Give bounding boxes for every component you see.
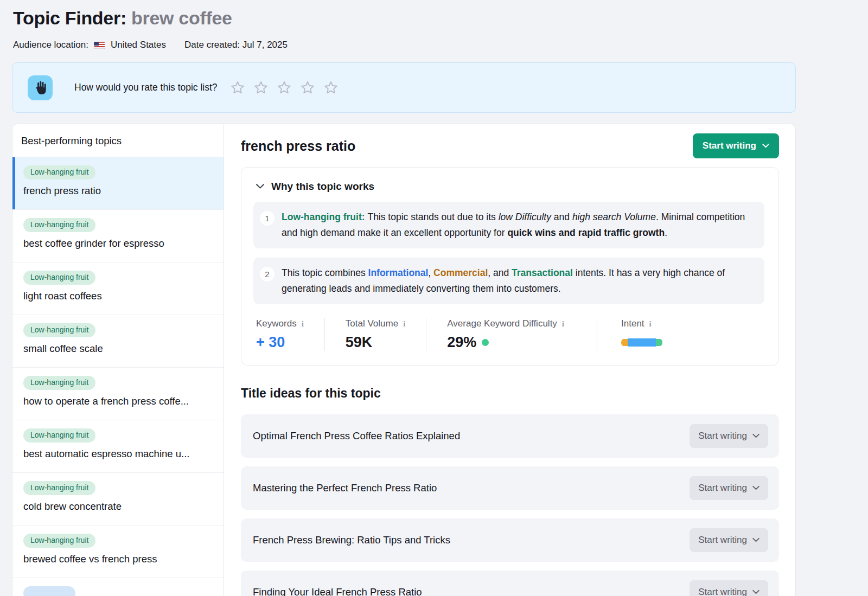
- topic-list-item[interactable]: Low-hanging fruit french press ratio: [12, 157, 224, 210]
- start-writing-button[interactable]: Start writing: [690, 580, 768, 596]
- keywords-value: + 30: [256, 334, 304, 351]
- audience-location-value: United States: [111, 40, 166, 50]
- reason-point: 2 This topic combines Informational, Com…: [253, 258, 764, 304]
- start-writing-label: Start writing: [698, 431, 747, 441]
- topic-list-item[interactable]: Low-hanging fruit best coffee grinder fo…: [12, 210, 224, 262]
- metric-difficulty: Average Keyword Difficultyi 29%: [447, 318, 597, 351]
- topic-list-item[interactable]: Low-hanging fruit cold brew concentrate: [12, 473, 224, 525]
- topic-list-item[interactable]: Low-hanging fruit how to operate a frenc…: [12, 368, 224, 420]
- metric-total-volume: Total Volumei 59K: [346, 318, 427, 351]
- title-idea-text: Finding Your Ideal French Press Ratio: [253, 586, 422, 596]
- star-icon[interactable]: [276, 80, 292, 96]
- topic-list-item-partial[interactable]: [12, 578, 224, 596]
- start-writing-button[interactable]: Start writing: [690, 476, 768, 500]
- info-icon[interactable]: i: [649, 319, 652, 329]
- star-icon[interactable]: [323, 80, 339, 96]
- chevron-down-icon: [752, 538, 760, 542]
- sidebar-header: Best-performing topics: [12, 124, 224, 157]
- metric-intent: Intenti: [621, 318, 662, 351]
- metric-keywords: Keywordsi + 30: [256, 318, 325, 351]
- topic-item-title: how to operate a french press coffe...: [23, 395, 215, 407]
- best-performing-topics-list: Best-performing topics Low-hanging fruit…: [12, 124, 224, 596]
- title-idea-row: French Press Brewing: Ratio Tips and Tri…: [241, 518, 779, 562]
- raised-hand-icon: [28, 75, 53, 100]
- star-icon[interactable]: [299, 80, 316, 96]
- title-idea-row: Finding Your Ideal French Press Ratio St…: [241, 571, 779, 596]
- info-icon[interactable]: i: [403, 319, 405, 329]
- chevron-down-icon: [256, 184, 264, 189]
- page-title-prefix: Topic Finder:: [13, 8, 131, 28]
- start-writing-label: Start writing: [698, 483, 747, 494]
- page-title-query: brew coffee: [131, 8, 232, 28]
- title-idea-text: Mastering the Perfect French Press Ratio: [253, 482, 437, 494]
- date-created: Date created: Jul 7, 2025: [184, 40, 288, 50]
- topic-badge: [23, 586, 75, 596]
- start-writing-label: Start writing: [703, 140, 756, 151]
- topic-list-item[interactable]: Low-hanging fruit light roast coffees: [12, 262, 224, 315]
- metric-label: Average Keyword Difficulty: [447, 318, 557, 329]
- topic-list-item[interactable]: Low-hanging fruit brewed coffee vs frenc…: [12, 525, 224, 578]
- difficulty-status-dot: [482, 339, 489, 346]
- topic-metrics: Keywordsi + 30 Total Volumei 59K Average…: [253, 318, 764, 351]
- topic-item-title: small coffee scale: [23, 343, 215, 355]
- topic-list-item[interactable]: Low-hanging fruit best automatic espress…: [12, 420, 224, 473]
- why-topic-works-title: Why this topic works: [271, 181, 374, 193]
- us-flag-icon: [94, 42, 105, 49]
- title-idea-text: French Press Brewing: Ratio Tips and Tri…: [253, 534, 450, 546]
- topic-badge: Low-hanging fruit: [23, 323, 95, 337]
- rating-question: How would you rate this topic list?: [74, 82, 218, 93]
- star-icon[interactable]: [253, 80, 269, 96]
- metric-label: Intent: [621, 318, 644, 329]
- total-volume-value: 59K: [346, 334, 406, 351]
- results-panel: Best-performing topics Low-hanging fruit…: [12, 124, 796, 596]
- topic-item-title: best coffee grinder for espresso: [23, 238, 215, 249]
- intent-distribution-bar: [621, 338, 662, 347]
- rating-banner: How would you rate this topic list?: [12, 62, 796, 113]
- topic-item-title: french press ratio: [23, 185, 215, 197]
- title-idea-row: Optimal French Press Coffee Ratios Expla…: [241, 414, 779, 458]
- audience-location-label: Audience location:: [13, 40, 88, 50]
- topic-finder-page: Topic Finder: brew coffee Audience locat…: [12, 0, 796, 596]
- topic-badge: Low-hanging fruit: [23, 376, 95, 390]
- point-number: 2: [260, 267, 275, 281]
- title-idea-row: Mastering the Perfect French Press Ratio…: [241, 466, 779, 510]
- topic-item-title: cold brew concentrate: [23, 501, 215, 512]
- star-rating: [229, 80, 339, 96]
- topic-badge: Low-hanging fruit: [23, 481, 95, 495]
- star-icon[interactable]: [229, 80, 246, 96]
- chevron-down-icon: [752, 590, 760, 594]
- title-idea-text: Optimal French Press Coffee Ratios Expla…: [253, 430, 460, 442]
- start-writing-label: Start writing: [698, 535, 747, 546]
- topic-badge: Low-hanging fruit: [23, 271, 95, 285]
- topic-item-title: brewed coffee vs french press: [23, 553, 215, 565]
- start-writing-label: Start writing: [698, 587, 747, 596]
- chevron-down-icon: [752, 434, 760, 438]
- selected-topic-title: french press ratio: [241, 138, 355, 154]
- point-text: This topic combines Informational, Comme…: [282, 265, 754, 297]
- title-ideas-header: Title ideas for this topic: [241, 386, 779, 401]
- topic-badge: Low-hanging fruit: [23, 534, 95, 548]
- topic-detail-panel: french press ratio Start writing Why thi…: [224, 124, 795, 596]
- info-icon[interactable]: i: [302, 319, 304, 329]
- topic-item-title: light roast coffees: [23, 290, 215, 302]
- reason-point: 1 Low-hanging fruit: This topic stands o…: [253, 202, 764, 248]
- page-title: Topic Finder: brew coffee: [13, 8, 796, 29]
- point-number: 1: [260, 211, 275, 226]
- start-writing-button[interactable]: Start writing: [690, 424, 768, 448]
- page-meta: Audience location: United States Date cr…: [13, 40, 796, 50]
- why-topic-works-toggle[interactable]: Why this topic works: [253, 181, 764, 193]
- metric-label: Keywords: [256, 318, 297, 329]
- topic-badge: Low-hanging fruit: [23, 165, 95, 180]
- metric-label: Total Volume: [346, 318, 398, 329]
- start-writing-button[interactable]: Start writing: [693, 133, 779, 158]
- start-writing-button[interactable]: Start writing: [690, 528, 768, 552]
- topic-badge: Low-hanging fruit: [23, 428, 95, 443]
- chevron-down-icon: [752, 486, 760, 490]
- why-topic-works-card: Why this topic works 1 Low-hanging fruit…: [241, 167, 779, 366]
- difficulty-value: 29%: [447, 334, 476, 351]
- chevron-down-icon: [762, 144, 769, 148]
- info-icon[interactable]: i: [562, 319, 564, 329]
- topic-badge: Low-hanging fruit: [23, 218, 95, 232]
- topic-list-item[interactable]: Low-hanging fruit small coffee scale: [12, 315, 224, 368]
- topic-item-title: best automatic espresso machine u...: [23, 448, 215, 460]
